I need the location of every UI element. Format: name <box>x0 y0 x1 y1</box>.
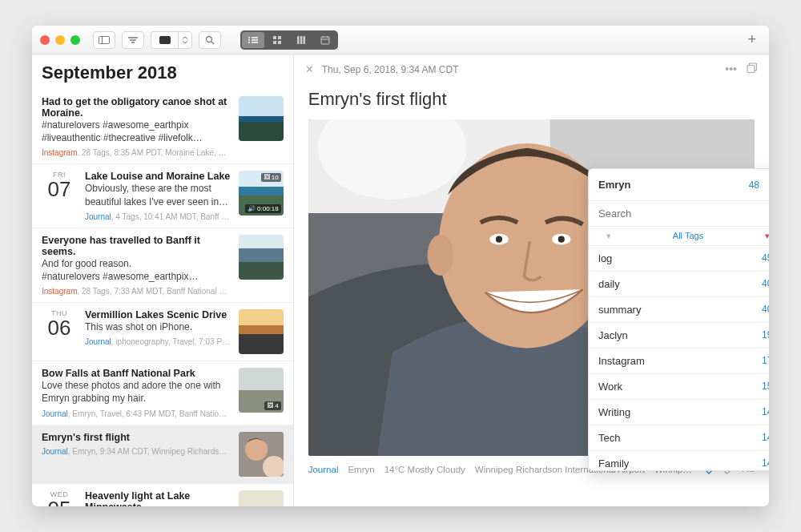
entry-meta: Journal, Emryn, Travel, 6:43 PM MDT, Ban… <box>42 409 231 418</box>
entry-meta: Instagram, 28 Tags, 8:35 AM PDT, Moraine… <box>42 148 231 157</box>
traffic-lights <box>40 35 80 45</box>
svg-rect-16 <box>278 41 281 44</box>
tag-count: 144 <box>762 432 769 444</box>
tag-name: Tech <box>598 432 620 444</box>
entry-date-box: FRI07 <box>42 171 77 220</box>
svg-point-5 <box>207 36 212 42</box>
tag-row[interactable]: Instagram177 <box>589 349 769 374</box>
entry-list[interactable]: Had to get the obligatory canoe shot at … <box>32 90 293 506</box>
entry-date-box: THU06 <box>42 309 77 354</box>
entry-title: Had to get the obligatory canoe shot at … <box>42 96 231 119</box>
svg-rect-20 <box>321 37 329 44</box>
popover-current-tag: Emryn <box>598 179 741 191</box>
svg-rect-19 <box>304 36 306 44</box>
tag-row[interactable]: Writing148 <box>589 400 769 425</box>
tag-name: Jaclyn <box>598 329 628 341</box>
entry-thumbnail[interactable] <box>239 432 284 477</box>
entry-row[interactable]: Emryn's first flightJournal, Emryn, 9:34… <box>32 425 293 484</box>
detail-header: ✕ Thu, Sep 6, 2018, 9:34 AM CDT ••• <box>294 54 769 84</box>
entry-row[interactable]: Everyone has travelled to Banff it seems… <box>32 228 293 303</box>
column-view-tab[interactable] <box>290 32 312 48</box>
minimize-window-button[interactable] <box>55 35 65 45</box>
tag-row[interactable]: Tech144 <box>589 425 769 451</box>
tag-name: Family <box>598 457 629 470</box>
tag-row[interactable]: log454 <box>589 246 769 272</box>
tag-count: 154 <box>762 381 769 393</box>
tag-filter-sort-caret[interactable]: ▾ <box>747 227 769 245</box>
tag-count: 405 <box>762 304 769 316</box>
tag-list[interactable]: log454daily405summary405Jaclyn191Instagr… <box>589 246 769 470</box>
tag-count: 148 <box>762 406 769 418</box>
close-window-button[interactable] <box>40 35 50 45</box>
tag-row[interactable]: Jaclyn191 <box>589 323 769 349</box>
detail-date: Thu, Sep 6, 2018, 9:34 AM CDT <box>322 64 459 75</box>
entry-meta: Journal, Emryn, 9:34 AM CDT, Winnipeg Ri… <box>42 447 231 456</box>
filter-button[interactable] <box>122 31 144 49</box>
svg-rect-0 <box>99 36 110 43</box>
calendar-view-tab[interactable] <box>314 32 336 48</box>
entry-row[interactable]: WED05Heavenly light at Lake Minnewasta.#… <box>32 484 293 507</box>
entry-snippet: Love these photos and adore the one with… <box>42 379 231 405</box>
list-view-tab[interactable] <box>242 32 264 48</box>
entry-snippet: This was shot on iPhone. <box>85 320 231 333</box>
app-window: + September 2018 Had to get the obligato… <box>32 26 769 506</box>
detail-tag-emryn[interactable]: Emryn <box>348 465 374 474</box>
tag-name: summary <box>598 304 641 316</box>
entry-list-pane: September 2018 Had to get the obligatory… <box>32 54 294 506</box>
titlebar: + <box>32 26 769 54</box>
entry-title: Lake Louise and Moraine Lake <box>85 171 231 182</box>
entry-date-box: WED05 <box>42 490 77 507</box>
entry-thumbnail[interactable] <box>239 235 284 280</box>
entry-row[interactable]: Bow Falls at Banff National ParkLove the… <box>32 361 293 425</box>
entry-row[interactable]: FRI07Lake Louise and Moraine LakeObvious… <box>32 164 293 228</box>
tag-filter-label[interactable]: All Tags <box>629 227 748 245</box>
tag-count: 191 <box>762 329 769 341</box>
grid-view-tab[interactable] <box>266 32 288 48</box>
entry-thumbnail[interactable] <box>239 96 284 141</box>
tag-filter-left-caret[interactable]: ▾ <box>589 227 629 245</box>
tag-name: Work <box>598 381 622 393</box>
entry-thumbnail[interactable] <box>239 490 284 507</box>
svg-point-37 <box>496 236 502 243</box>
tag-row[interactable]: daily405 <box>589 272 769 297</box>
view-switcher <box>240 30 338 50</box>
entry-snippet: Obviously, these are the most beautiful … <box>85 182 231 208</box>
entry-row[interactable]: Had to get the obligatory canoe shot at … <box>32 90 293 164</box>
zoom-window-button[interactable] <box>70 35 80 45</box>
detail-title: Emryn's first flight <box>294 84 769 119</box>
tag-name: Instagram <box>598 355 645 367</box>
entry-row[interactable]: THU06Vermillion Lakes Scenic DriveThis w… <box>32 303 293 361</box>
tag-row[interactable]: summary405 <box>589 297 769 323</box>
journal-dropdown-caret[interactable] <box>178 31 192 49</box>
tag-search-input[interactable] <box>589 200 769 227</box>
entry-snippet: #naturelovers #awesome_earthpix #liveaut… <box>42 119 231 144</box>
tag-name: Writing <box>598 406 630 418</box>
entry-thumbnail[interactable]: 🖼 10🔊 0:00:18 <box>239 171 284 216</box>
tag-row[interactable]: Family143 <box>589 451 769 470</box>
tag-count: 143 <box>762 457 769 470</box>
tag-name: daily <box>598 278 620 290</box>
popover-close-button[interactable]: ✕ <box>767 177 769 192</box>
svg-point-39 <box>557 236 564 243</box>
open-in-window-button[interactable] <box>747 62 758 76</box>
svg-rect-13 <box>273 36 276 39</box>
svg-rect-15 <box>273 41 276 44</box>
close-detail-button[interactable]: ✕ <box>305 63 314 75</box>
new-entry-button[interactable]: + <box>743 31 761 48</box>
toggle-sidebar-button[interactable] <box>93 31 115 49</box>
tag-count: 454 <box>762 252 769 264</box>
journal-color-swatch[interactable] <box>151 31 178 49</box>
entry-thumbnail[interactable]: 🖼 4 <box>239 368 284 413</box>
entry-title: Heavenly light at Lake Minnewasta. <box>85 490 231 507</box>
detail-source[interactable]: Journal <box>308 465 339 474</box>
entry-thumbnail[interactable] <box>239 309 284 354</box>
svg-rect-28 <box>747 66 755 73</box>
tag-filter-bar: ▾ All Tags ▾ <box>589 227 769 246</box>
search-button[interactable] <box>199 31 221 49</box>
tag-row[interactable]: Work154 <box>589 374 769 400</box>
detail-weather: 14°C Mostly Cloudy <box>384 465 465 474</box>
journal-picker[interactable] <box>151 31 192 49</box>
more-options-button[interactable]: ••• <box>725 62 737 76</box>
svg-rect-17 <box>297 36 300 44</box>
month-header: September 2018 <box>32 54 293 90</box>
